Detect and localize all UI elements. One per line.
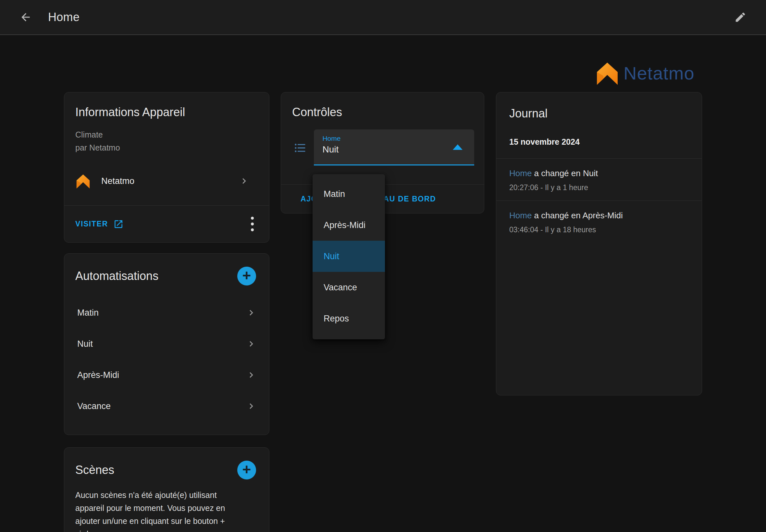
automation-item-vacance[interactable]: Vacance (64, 391, 269, 422)
journal-entity-link[interactable]: Home (509, 211, 532, 220)
chevron-right-icon (246, 307, 257, 318)
netatmo-logo-icon (595, 59, 620, 87)
journal-entry-text: a changé en Après-Midi (534, 211, 623, 220)
scenes-empty-text: Aucun scènes n'a été ajouté(e) utilisant… (64, 479, 246, 532)
scene-select-menu: Matin Après-Midi Nuit Vacance Repos (312, 174, 385, 339)
visit-button[interactable]: VISITER (75, 219, 124, 229)
netatmo-logo: Netatmo (595, 59, 702, 87)
journal-date: 15 novembre 2024 (496, 120, 702, 158)
journal-title: Journal (509, 107, 689, 120)
device-info-title: Informations Appareil (75, 105, 185, 119)
plus-icon: + (242, 268, 251, 283)
integration-row[interactable]: Netatmo (75, 161, 258, 199)
scene-select-value: Nuit (322, 144, 455, 155)
device-manufacturer: par Netatmo (75, 141, 258, 154)
overflow-menu-button[interactable] (245, 214, 259, 234)
automations-title: Automatisations (75, 269, 158, 283)
add-automation-button[interactable]: + (237, 267, 256, 285)
menu-option-vacance[interactable]: Vacance (312, 272, 385, 303)
list-bulleted-icon (293, 141, 307, 155)
journal-card: Journal 15 novembre 2024 Home a changé e… (496, 92, 702, 395)
page-title: Home (48, 10, 79, 24)
controls-title: Contrôles (292, 105, 342, 119)
pencil-icon (734, 11, 747, 23)
menu-option-apres-midi[interactable]: Après-Midi (312, 210, 385, 241)
scene-select-field[interactable]: Home Nuit (314, 129, 474, 165)
netatmo-integration-icon (75, 172, 91, 190)
chevron-right-icon (246, 401, 257, 412)
scenes-title: Scènes (75, 463, 114, 477)
automation-item-nuit[interactable]: Nuit (64, 328, 269, 359)
arrow-back-icon (19, 11, 32, 23)
journal-entry: Home a changé en Nuit 20:27:06 - Il y a … (496, 158, 702, 200)
journal-entry-time: 03:46:04 - Il y a 18 heures (509, 225, 689, 234)
visit-button-label: VISITER (75, 220, 108, 228)
app-bar: Home (0, 0, 766, 35)
chevron-right-icon (246, 369, 257, 381)
journal-entity-link[interactable]: Home (509, 168, 532, 178)
scene-select-label: Home (322, 135, 455, 142)
journal-entry-time: 20:27:06 - Il y a 1 heure (509, 183, 689, 192)
add-scene-button[interactable]: + (237, 461, 256, 479)
plus-icon: + (242, 462, 251, 477)
menu-option-nuit[interactable]: Nuit (312, 241, 385, 272)
back-button[interactable] (17, 8, 34, 26)
caret-up-icon (453, 144, 463, 150)
device-info-card: Informations Appareil Climate par Netatm… (64, 92, 269, 243)
chevron-right-icon (238, 175, 249, 187)
automations-card: Automatisations + Matin Nuit Après-Midi … (64, 253, 269, 435)
automation-item-apres-midi[interactable]: Après-Midi (64, 359, 269, 391)
automation-item-matin[interactable]: Matin (64, 297, 269, 328)
device-model: Climate (75, 128, 258, 141)
edit-button[interactable] (732, 8, 749, 26)
scenes-card: Scènes + Aucun scènes n'a été ajouté(e) … (64, 447, 269, 532)
journal-entry: Home a changé en Après-Midi 03:46:04 - I… (496, 200, 702, 243)
open-in-new-icon (113, 219, 124, 229)
journal-entry-text: a changé en Nuit (534, 168, 598, 178)
netatmo-logo-text: Netatmo (624, 63, 695, 84)
chevron-right-icon (246, 338, 257, 349)
menu-option-repos[interactable]: Repos (312, 303, 385, 334)
menu-option-matin[interactable]: Matin (312, 178, 385, 210)
integration-name: Netatmo (101, 176, 228, 186)
